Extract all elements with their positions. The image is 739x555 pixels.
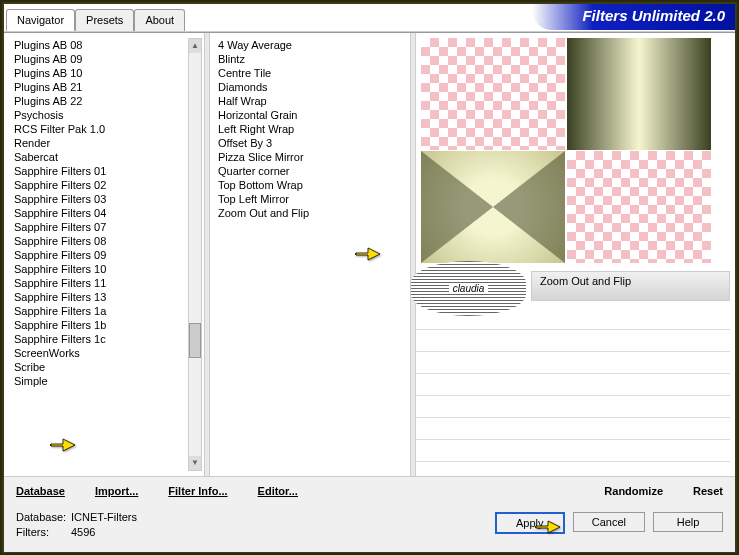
- preview-panel: claudia Zoom Out and Flip: [416, 33, 735, 476]
- param-row: [416, 440, 730, 462]
- filter-item[interactable]: Offset By 3: [218, 136, 402, 150]
- scroll-up-icon[interactable]: ▲: [189, 39, 201, 53]
- plugin-item[interactable]: Sapphire Filters 13: [14, 290, 188, 304]
- plugin-item[interactable]: Sapphire Filters 1c: [14, 332, 188, 346]
- plugin-item[interactable]: Sapphire Filters 09: [14, 248, 188, 262]
- filter-item[interactable]: Horizontal Grain: [218, 108, 402, 122]
- preview-image: [421, 38, 711, 263]
- filter-list[interactable]: 4 Way Average Blintz Centre Tile Diamond…: [218, 38, 402, 220]
- filter-item[interactable]: Top Left Mirror: [218, 192, 402, 206]
- plugin-item[interactable]: Simple: [14, 374, 188, 388]
- scroll-thumb[interactable]: [189, 323, 201, 358]
- plugin-item[interactable]: Plugins AB 21: [14, 80, 188, 94]
- db-label: Database:: [16, 510, 71, 525]
- app-title: Filters Unlimited 2.0: [532, 4, 735, 30]
- plugin-item[interactable]: RCS Filter Pak 1.0: [14, 122, 188, 136]
- filter-item[interactable]: Pizza Slice Mirror: [218, 150, 402, 164]
- main-content: Plugins AB 08 Plugins AB 09 Plugins AB 1…: [4, 32, 735, 476]
- editor-button[interactable]: Editor...: [258, 485, 298, 497]
- plugin-scrollbar[interactable]: ▲ ▼: [188, 38, 202, 471]
- plugin-item[interactable]: Sapphire Filters 1b: [14, 318, 188, 332]
- reset-button[interactable]: Reset: [693, 485, 723, 497]
- plugin-item[interactable]: Sapphire Filters 08: [14, 234, 188, 248]
- apply-button[interactable]: Apply: [495, 512, 565, 534]
- filter-panel: 4 Way Average Blintz Centre Tile Diamond…: [210, 33, 410, 476]
- toolbar: Database Import... Filter Info... Editor…: [4, 476, 735, 504]
- plugin-item[interactable]: Render: [14, 136, 188, 150]
- preview-tile: [567, 38, 711, 150]
- button-bar: Apply Cancel Help: [495, 510, 723, 546]
- filters-value: 4596: [71, 525, 95, 540]
- import-button[interactable]: Import...: [95, 485, 138, 497]
- param-row: [416, 352, 730, 374]
- plugin-item[interactable]: Sapphire Filters 11: [14, 276, 188, 290]
- filter-item[interactable]: Top Bottom Wrap: [218, 178, 402, 192]
- plugin-item[interactable]: Sapphire Filters 07: [14, 220, 188, 234]
- scroll-down-icon[interactable]: ▼: [189, 456, 201, 470]
- watermark: claudia: [411, 261, 526, 316]
- preview-tile: [421, 151, 565, 263]
- plugin-item[interactable]: Sapphire Filters 1a: [14, 304, 188, 318]
- filter-item-selected[interactable]: Zoom Out and Flip: [218, 207, 309, 219]
- plugin-panel: Plugins AB 08 Plugins AB 09 Plugins AB 1…: [4, 33, 204, 476]
- filter-item[interactable]: Diamonds: [218, 80, 402, 94]
- plugin-item[interactable]: Plugins AB 22: [14, 94, 188, 108]
- plugin-item[interactable]: Sabercat: [14, 150, 188, 164]
- plugin-item[interactable]: Sapphire Filters 03: [14, 192, 188, 206]
- header: Navigator Presets About Filters Unlimite…: [4, 4, 735, 32]
- tab-bar: Navigator Presets About: [6, 8, 185, 30]
- parameter-area: [416, 308, 730, 462]
- filters-label: Filters:: [16, 525, 71, 540]
- filter-item[interactable]: Blintz: [218, 52, 402, 66]
- plugin-item[interactable]: Plugins AB 08: [14, 38, 188, 52]
- footer: Database:ICNET-Filters Filters:4596 Appl…: [4, 504, 735, 552]
- effect-name-label: Zoom Out and Flip: [531, 271, 730, 301]
- tab-navigator[interactable]: Navigator: [6, 9, 75, 31]
- filter-item[interactable]: Centre Tile: [218, 66, 402, 80]
- plugin-item[interactable]: Sapphire Filters 10: [14, 262, 188, 276]
- plugin-item[interactable]: Sapphire Filters 04: [14, 206, 188, 220]
- preview-tile: [421, 38, 565, 150]
- plugin-item[interactable]: Psychosis: [14, 108, 188, 122]
- filter-item[interactable]: Half Wrap: [218, 94, 402, 108]
- randomize-button[interactable]: Randomize: [604, 485, 663, 497]
- plugin-item[interactable]: Sapphire Filters 02: [14, 178, 188, 192]
- filter-item[interactable]: 4 Way Average: [218, 38, 402, 52]
- param-row: [416, 396, 730, 418]
- db-value: ICNET-Filters: [71, 510, 137, 525]
- app-window: Navigator Presets About Filters Unlimite…: [2, 2, 737, 553]
- filter-item[interactable]: Quarter corner: [218, 164, 402, 178]
- plugin-item[interactable]: Plugins AB 09: [14, 52, 188, 66]
- plugin-item[interactable]: Plugins AB 10: [14, 66, 188, 80]
- filter-info-button[interactable]: Filter Info...: [168, 485, 227, 497]
- plugin-list[interactable]: Plugins AB 08 Plugins AB 09 Plugins AB 1…: [14, 38, 188, 471]
- plugin-item[interactable]: Sapphire Filters 01: [14, 164, 188, 178]
- param-row: [416, 418, 730, 440]
- param-row: [416, 330, 730, 352]
- filter-item[interactable]: Left Right Wrap: [218, 122, 402, 136]
- plugin-item[interactable]: Scribe: [14, 360, 188, 374]
- help-button[interactable]: Help: [653, 512, 723, 532]
- preview-tile: [567, 151, 711, 263]
- plugin-item[interactable]: ScreenWorks: [14, 346, 188, 360]
- tab-presets[interactable]: Presets: [75, 9, 134, 31]
- tab-about[interactable]: About: [134, 9, 185, 31]
- param-row: [416, 374, 730, 396]
- database-button[interactable]: Database: [16, 485, 65, 497]
- status-info: Database:ICNET-Filters Filters:4596: [16, 510, 495, 546]
- cancel-button[interactable]: Cancel: [573, 512, 645, 532]
